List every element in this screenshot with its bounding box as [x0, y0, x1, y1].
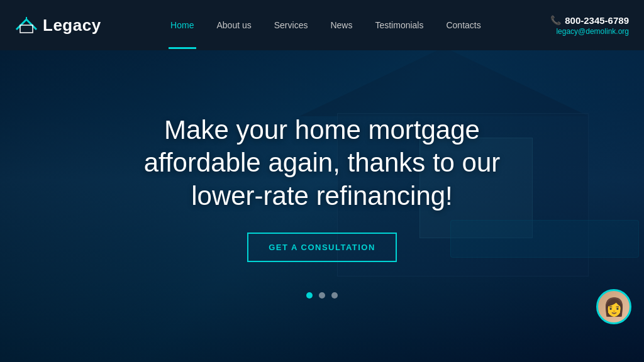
email-line[interactable]: legacy@demolink.org	[556, 27, 629, 36]
hero-heading: Make your home mortgage affordable again…	[114, 114, 530, 213]
nav-contacts[interactable]: Contacts	[435, 15, 492, 35]
contact-area: 📞 800-2345-6789 legacy@demolink.org	[550, 15, 629, 36]
svg-rect-1	[20, 25, 33, 33]
slider-dot-1[interactable]	[306, 292, 313, 299]
logo-text: Legacy	[43, 16, 101, 35]
slider-dot-2[interactable]	[319, 292, 325, 299]
site-header: Legacy Home About us Services News Testi…	[0, 0, 644, 50]
nav-about[interactable]: About us	[205, 15, 262, 35]
slider-dots	[306, 292, 338, 299]
phone-line: 📞 800-2345-6789	[550, 15, 629, 26]
hero-section: Legacy Home About us Services News Testi…	[0, 0, 644, 362]
avatar[interactable]: 👩	[596, 289, 631, 324]
hero-content: Make your home mortgage affordable again…	[0, 50, 644, 362]
avatar-image: 👩	[603, 297, 625, 317]
logo-icon	[15, 16, 38, 35]
phone-number[interactable]: 800-2345-6789	[565, 15, 629, 26]
nav-services[interactable]: Services	[263, 15, 319, 35]
slider-dot-3[interactable]	[331, 292, 338, 299]
logo-area: Legacy	[15, 16, 101, 35]
cta-button[interactable]: GET A CONSULTATION	[247, 233, 397, 262]
nav-testimonials[interactable]: Testimonials	[364, 15, 435, 35]
nav-news[interactable]: News	[319, 15, 364, 35]
phone-icon: 📞	[550, 15, 561, 25]
nav-home[interactable]: Home	[159, 15, 205, 35]
main-nav: Home About us Services News Testimonials…	[159, 15, 492, 35]
